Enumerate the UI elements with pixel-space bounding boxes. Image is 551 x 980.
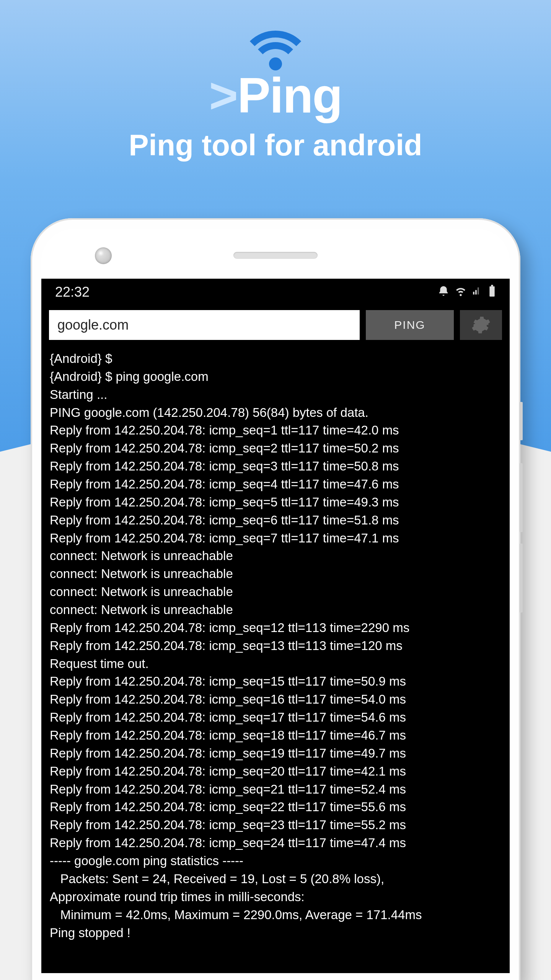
terminal-line: Approximate round trip times in milli-se…: [50, 888, 501, 906]
terminal-line: Reply from 142.250.204.78: icmp_seq=4 tt…: [50, 475, 501, 493]
status-time: 22:32: [55, 284, 90, 300]
terminal-line: Ping stopped !: [50, 924, 501, 942]
terminal-line: Reply from 142.250.204.78: icmp_seq=6 tt…: [50, 511, 501, 529]
terminal-line: Reply from 142.250.204.78: icmp_seq=7 tt…: [50, 529, 501, 547]
phone-camera: [95, 247, 112, 264]
alarm-icon: [438, 285, 449, 299]
phone-side-button: [520, 463, 523, 532]
terminal-line: Reply from 142.250.204.78: icmp_seq=2 tt…: [50, 439, 501, 457]
terminal-line: {Android} $: [50, 350, 501, 368]
terminal-line: Reply from 142.250.204.78: icmp_seq=23 t…: [50, 816, 501, 834]
terminal-line: connect: Network is unreachable: [50, 547, 501, 565]
status-bar: 22:32: [41, 279, 510, 305]
terminal-line: Reply from 142.250.204.78: icmp_seq=19 t…: [50, 745, 501, 763]
terminal-line: connect: Network is unreachable: [50, 583, 501, 601]
terminal-output[interactable]: {Android} ${Android} $ ping google.comSt…: [41, 347, 510, 945]
logo-prefix: >: [209, 67, 237, 123]
terminal-line: connect: Network is unreachable: [50, 601, 501, 619]
terminal-line: Reply from 142.250.204.78: icmp_seq=13 t…: [50, 637, 501, 655]
terminal-line: Starting ...: [50, 386, 501, 404]
svg-rect-1: [491, 285, 493, 286]
terminal-line: Reply from 142.250.204.78: icmp_seq=24 t…: [50, 834, 501, 852]
phone-speaker: [233, 252, 318, 259]
terminal-line: Request time out.: [50, 655, 501, 673]
terminal-line: Reply from 142.250.204.78: icmp_seq=22 t…: [50, 798, 501, 816]
terminal-line: Reply from 142.250.204.78: icmp_seq=16 t…: [50, 691, 501, 709]
ping-button[interactable]: PING: [366, 310, 454, 340]
svg-rect-0: [489, 286, 494, 297]
terminal-line: Reply from 142.250.204.78: icmp_seq=1 tt…: [50, 421, 501, 439]
terminal-line: connect: Network is unreachable: [50, 565, 501, 583]
terminal-line: Reply from 142.250.204.78: icmp_seq=21 t…: [50, 781, 501, 799]
terminal-line: Reply from 142.250.204.78: icmp_seq=3 tt…: [50, 457, 501, 475]
terminal-line: Reply from 142.250.204.78: icmp_seq=18 t…: [50, 727, 501, 745]
terminal-line: Reply from 142.250.204.78: icmp_seq=12 t…: [50, 619, 501, 637]
terminal-line: Reply from 142.250.204.78: icmp_seq=20 t…: [50, 763, 501, 781]
wifi-status-icon: [455, 285, 467, 300]
battery-icon: [488, 285, 496, 300]
terminal-line: {Android} $ ping google.com: [50, 368, 501, 386]
phone-frame: 22:32 PING: [31, 218, 520, 980]
signal-icon: [472, 286, 483, 299]
terminal-line: ----- google.com ping statistics -----: [50, 852, 501, 870]
phone-side-button: [520, 402, 523, 440]
terminal-line: Minimum = 42.0ms, Maximum = 2290.0ms, Av…: [50, 906, 501, 924]
phone-side-button: [520, 544, 523, 612]
promo-header: >Ping Ping tool for android: [0, 31, 551, 163]
host-input[interactable]: [49, 310, 360, 340]
gear-icon: [471, 315, 491, 335]
terminal-line: Reply from 142.250.204.78: icmp_seq=17 t…: [50, 709, 501, 727]
tagline: Ping tool for android: [0, 128, 551, 163]
toolbar: PING: [41, 305, 510, 347]
terminal-line: Packets: Sent = 24, Received = 19, Lost …: [50, 870, 501, 888]
terminal-line: Reply from 142.250.204.78: icmp_seq=5 tt…: [50, 493, 501, 511]
settings-button[interactable]: [460, 310, 502, 340]
wifi-icon: [245, 31, 306, 69]
terminal-line: PING google.com (142.250.204.78) 56(84) …: [50, 404, 501, 422]
status-icons: [438, 285, 496, 300]
app-screen: 22:32 PING: [41, 279, 510, 973]
terminal-line: Reply from 142.250.204.78: icmp_seq=15 t…: [50, 673, 501, 691]
